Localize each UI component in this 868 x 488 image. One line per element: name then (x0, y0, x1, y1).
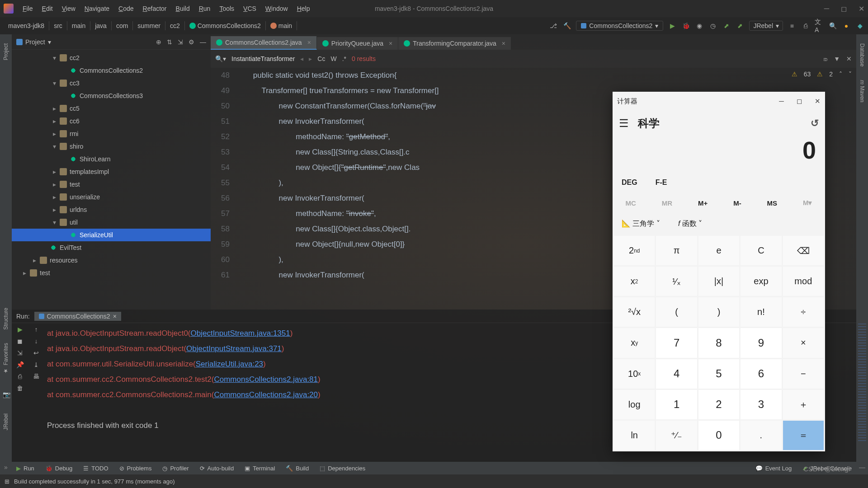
calc-key[interactable]: 0 (698, 421, 739, 450)
calc-key[interactable]: ⁺⁄₋ (656, 421, 697, 450)
prev-highlight-icon[interactable]: ˄ (839, 70, 842, 78)
menu-vcs[interactable]: VCS (240, 3, 260, 14)
expand-icon[interactable]: ⇅ (167, 38, 172, 46)
settings-icon[interactable]: ⚙ (189, 38, 194, 46)
crumb-main[interactable]: main (266, 21, 297, 30)
calc-key[interactable]: 4 (656, 359, 697, 389)
hamburger-icon[interactable]: ☰ (619, 117, 629, 130)
find-input[interactable]: InstantiateTransformer (231, 55, 295, 62)
fe-toggle[interactable]: F-E (656, 178, 667, 187)
tree-item-ShiroLearn[interactable]: ShiroLearn (12, 153, 211, 165)
close-tab-icon[interactable]: × (113, 313, 117, 320)
run-icon[interactable]: ▶ (668, 21, 677, 30)
project-tool-button[interactable]: Project (3, 43, 9, 60)
tree-item-EvilTest[interactable]: EvilTest (12, 241, 211, 254)
calc-key[interactable]: ²√x (614, 297, 655, 327)
vcs-icon[interactable]: ⎇ (549, 21, 558, 30)
camera-icon[interactable]: 📷 (3, 391, 9, 397)
search-icon[interactable]: 🔍▾ (215, 55, 226, 62)
filter-icon[interactable]: ⎄ (824, 55, 827, 62)
calc-key[interactable]: 10x (614, 359, 655, 389)
profile-icon[interactable]: ◷ (708, 21, 717, 30)
calc-key[interactable]: 3 (741, 390, 781, 419)
collapse-icon[interactable]: ⇲ (178, 38, 183, 46)
calc-key[interactable]: exp (741, 267, 781, 296)
next-icon[interactable]: ▸ (309, 55, 312, 62)
tree-item-resources[interactable]: ▸resources (12, 254, 211, 267)
crumb-java[interactable]: java (90, 21, 112, 30)
tree-item-cc3[interactable]: ▾cc3 (12, 77, 211, 89)
minimap[interactable] (858, 324, 866, 441)
structure-tool-button[interactable]: Structure (3, 308, 9, 330)
tree-item-rmi[interactable]: ▸rmi (12, 127, 211, 140)
tree-item-cc6[interactable]: ▸cc6 (12, 115, 211, 127)
trig-dropdown[interactable]: 📐 三角学 ˅ (622, 219, 660, 229)
calc-key[interactable]: . (741, 421, 781, 450)
calc-key[interactable]: C (741, 236, 781, 265)
jrebel-tool-button[interactable]: JRebel (3, 413, 9, 430)
calc-key[interactable]: xy (614, 328, 655, 357)
mem-MS[interactable]: MS (767, 199, 778, 207)
menu-build[interactable]: Build (172, 3, 193, 14)
stop-icon[interactable]: ◼ (17, 338, 23, 345)
coverage-icon[interactable]: ◉ (695, 21, 704, 30)
deg-toggle[interactable]: DEG (622, 178, 637, 187)
words-toggle[interactable]: W (330, 55, 336, 62)
wrap-icon[interactable]: ↩ (33, 349, 39, 357)
problems-button[interactable]: ⊘Problems (119, 465, 152, 472)
funnel-icon[interactable]: ▼ (834, 55, 840, 62)
todo-button[interactable]: ☰TODO (83, 465, 108, 472)
crumb-main[interactable]: main (67, 21, 90, 30)
locate-icon[interactable]: ⊕ (156, 38, 161, 46)
history-icon[interactable]: ↺ (811, 117, 819, 129)
calc-key[interactable]: − (783, 359, 824, 389)
calc-key[interactable]: mod (783, 267, 824, 296)
stop-icon[interactable]: ■ (788, 21, 797, 30)
crumb-com[interactable]: com (112, 21, 133, 30)
hammer-icon[interactable]: 🔨 (562, 21, 571, 30)
minimize-icon[interactable]: ─ (824, 5, 829, 13)
tree-item-urldns[interactable]: ▸urldns (12, 203, 211, 216)
calc-minimize-icon[interactable]: ─ (779, 97, 784, 105)
jetbrains-icon[interactable]: ◆ (855, 21, 864, 30)
close-tab-icon[interactable]: × (389, 40, 392, 47)
menu-file[interactable]: File (19, 3, 37, 14)
calc-key[interactable]: 2 (698, 390, 739, 419)
tree-item-unserialize[interactable]: ▸unserialize (12, 191, 211, 203)
crumb-CommonsCollections2[interactable]: CommonsCollections2 (185, 21, 266, 30)
calc-key[interactable]: × (783, 328, 824, 357)
calc-key[interactable]: log (614, 390, 655, 419)
menu-code[interactable]: Code (115, 3, 137, 14)
calc-key[interactable]: |x| (698, 267, 739, 296)
ide-icon[interactable]: ● (842, 21, 851, 30)
hide-icon[interactable]: — (859, 464, 865, 471)
calc-key[interactable]: x2 (614, 267, 655, 296)
build-button[interactable]: 🔨Build (286, 465, 309, 472)
calc-maximize-icon[interactable]: ◻ (797, 97, 802, 105)
tree-item-CommonsCollections3[interactable]: CommonsCollections3 (12, 89, 211, 102)
crumb-maven3-jdk8[interactable]: maven3-jdk8 (4, 21, 49, 30)
hide-icon[interactable]: — (200, 38, 206, 46)
menu-window[interactable]: Window (262, 3, 292, 14)
tree-item-templatesImpl[interactable]: ▸templatesImpl (12, 165, 211, 178)
menu-refactor[interactable]: Refactor (139, 3, 170, 14)
calc-key[interactable]: e (698, 236, 739, 265)
editor-tab[interactable]: TransformingComparator.java× (398, 37, 511, 50)
calc-key[interactable]: 1 (656, 390, 697, 419)
jrebel-debug-icon[interactable]: ⬈ (736, 21, 745, 30)
export-icon[interactable]: ⎙ (18, 373, 22, 380)
layout-icon[interactable]: ⇲ (17, 349, 23, 357)
project-tree[interactable]: ▾cc2 CommonsCollections2 ▾cc3 CommonsCol… (12, 50, 211, 310)
calc-key[interactable]: 5 (698, 359, 739, 389)
menu-view[interactable]: View (58, 3, 79, 14)
profiler-button[interactable]: ◷Profiler (162, 465, 189, 472)
close-icon[interactable]: ✕ (859, 5, 864, 13)
menu-run[interactable]: Run (195, 3, 214, 14)
event-log-button[interactable]: 💬Event Log (755, 465, 792, 472)
calc-key[interactable]: ) (698, 297, 739, 327)
tree-item-shiro[interactable]: ▾shiro (12, 140, 211, 153)
jrebel-select[interactable]: JRebel▾ (749, 21, 783, 31)
crumb-src[interactable]: src (49, 21, 67, 30)
project-view-select[interactable]: Project ▾ (16, 38, 51, 46)
debug-icon[interactable]: 🐞 (681, 21, 690, 30)
